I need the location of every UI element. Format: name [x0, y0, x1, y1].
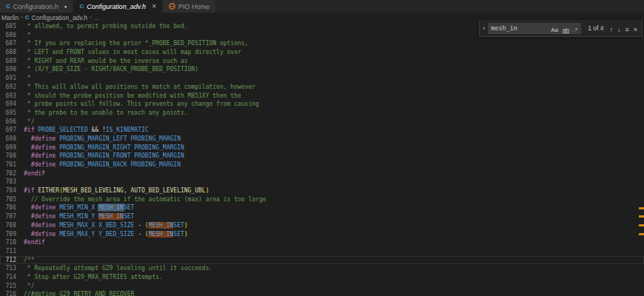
find-widget: › Aaab.* 1 of 4 ↑↓≡× — [479, 20, 643, 37]
line-number[interactable]: 697 — [0, 126, 16, 135]
code-token: PROBING_MARGIN — [134, 152, 184, 159]
code-line[interactable]: 707 #define MESH_MIN_Y MESH_INSET — [0, 212, 644, 221]
c-file-icon: C — [79, 3, 84, 10]
code-line[interactable]: 695 * the probe to be unable to reach an… — [0, 109, 644, 118]
code-line[interactable]: 710#endif — [0, 238, 644, 247]
code-line[interactable]: 712/** — [0, 256, 644, 265]
code-line[interactable]: 699 #define PROBING_MARGIN_RIGHT PROBING… — [0, 144, 644, 152]
match-case-toggle[interactable]: Aa — [549, 27, 560, 33]
tab-pio-home[interactable]: PIO Home — [163, 0, 216, 13]
line-number[interactable]: 689 — [0, 57, 16, 66]
line-number[interactable]: 699 — [0, 144, 16, 152]
code-line[interactable]: 705 // Override the mesh area if the aut… — [0, 195, 644, 204]
next-match-button[interactable]: ↓ — [615, 26, 623, 33]
tab-close-icon[interactable]: × — [152, 3, 156, 10]
code-line[interactable]: 703 — [0, 178, 644, 186]
code-line[interactable]: 708 #define MESH_MAX_X X_BED_SIZE - (MES… — [0, 221, 644, 230]
code-line[interactable]: 704#if EITHER(MESH_BED_LEVELING, AUTO_BE… — [0, 186, 644, 195]
line-number[interactable]: 703 — [0, 178, 16, 186]
line-number[interactable]: 691 — [0, 74, 16, 83]
breadcrumb-item-marlin[interactable]: Marlin — [1, 14, 19, 21]
line-number[interactable]: 696 — [0, 118, 16, 127]
line-number[interactable]: 711 — [0, 247, 16, 256]
line-number[interactable]: 716 — [0, 290, 16, 296]
code-token: #define — [31, 213, 60, 220]
code-line[interactable]: 716//#define G29_RETRY_AND_RECOVER — [0, 290, 644, 296]
line-number[interactable]: 712 — [0, 256, 16, 265]
code-text: #define MESH_MIN_Y MESH_INSET — [16, 212, 134, 221]
line-number[interactable]: 685 — [0, 22, 16, 31]
code-line[interactable]: 694 * probe points will follow. This pre… — [0, 100, 644, 109]
find-input-box[interactable]: Aaab.* — [488, 23, 581, 34]
chevron-right-icon[interactable]: › — [480, 24, 488, 32]
code-token: * the probe to be unable to reach any po… — [24, 110, 188, 116]
line-number[interactable]: 707 — [0, 212, 16, 221]
line-number[interactable]: 709 — [0, 230, 16, 239]
code-token: * (X/Y_BED_SIZE - RIGHT/BACK_PROBE_BED_P… — [24, 66, 198, 73]
line-number[interactable]: 701 — [0, 161, 16, 169]
line-number[interactable]: 702 — [0, 169, 16, 178]
code-line[interactable]: 689 * RIGHT and REAR would be the invers… — [0, 57, 644, 66]
code-token: SET — [173, 231, 184, 238]
close-find-button[interactable]: × — [631, 26, 640, 33]
code-line[interactable]: 711 — [0, 247, 644, 256]
code-line[interactable]: 691 * — [0, 74, 644, 83]
find-query-input[interactable] — [491, 24, 549, 32]
line-number[interactable]: 710 — [0, 238, 16, 247]
code-text: #if EITHER(MESH_BED_LEVELING, AUTO_BED_L… — [16, 186, 209, 195]
line-number[interactable]: 686 — [0, 31, 16, 40]
code-line[interactable]: 690 * (X/Y_BED_SIZE - RIGHT/BACK_PROBE_B… — [0, 65, 644, 74]
code-token — [24, 152, 31, 159]
line-number[interactable]: 705 — [0, 195, 16, 204]
code-line[interactable]: 697#if PROBE_SELECTED && !IS_KINEMATIC — [0, 126, 644, 135]
line-number[interactable]: 692 — [0, 83, 16, 92]
code-text: * (X/Y_BED_SIZE - RIGHT/BACK_PROBE_BED_P… — [16, 65, 198, 74]
code-token: SET — [124, 213, 134, 220]
code-editor[interactable]: 685 * allowed, to permit probing outside… — [0, 22, 644, 296]
code-line[interactable]: 688 * LEFT and FRONT values in most case… — [0, 48, 644, 57]
code-token: * should the probe position be modified … — [24, 92, 241, 99]
line-number[interactable]: 687 — [0, 39, 16, 48]
line-number[interactable]: 713 — [0, 264, 16, 273]
overview-ruler[interactable] — [638, 22, 644, 296]
code-line[interactable]: 696 */ — [0, 118, 644, 127]
code-line[interactable]: 701 #define PROBING_MARGIN_BACK PROBING_… — [0, 161, 644, 169]
code-token: MESH_MIN_Y — [59, 213, 95, 220]
code-line[interactable]: 692 * This will allow all positions to m… — [0, 83, 644, 92]
tab-configuration-adv-h[interactable]: CConfiguration_adv.h× — [73, 0, 163, 13]
code-line[interactable]: 706 #define MESH_MIN_X MESH_INSET — [0, 204, 644, 212]
code-line[interactable]: 713 * Repeatedly attempt G29 leveling un… — [0, 264, 644, 273]
code-text: * Stop after G29_MAX_RETRIES attempts. — [16, 273, 163, 282]
tab-configuration-h[interactable]: CConfiguration.h● — [0, 0, 73, 13]
code-line[interactable]: 687 * If you are replacing the prior *_P… — [0, 39, 644, 48]
code-text: #endif — [16, 169, 45, 178]
line-number[interactable]: 706 — [0, 204, 16, 212]
line-number[interactable]: 714 — [0, 273, 16, 282]
vscode-window: CConfiguration.h●CConfiguration_adv.h×PI… — [0, 0, 644, 296]
line-number[interactable]: 708 — [0, 221, 16, 230]
line-number[interactable]: 690 — [0, 65, 16, 74]
line-number[interactable]: 695 — [0, 109, 16, 118]
code-line[interactable]: 702#endif — [0, 169, 644, 178]
code-token: */ — [24, 283, 34, 289]
code-line[interactable]: 693 * should the probe position be modif… — [0, 92, 644, 101]
overview-match-marker — [639, 224, 644, 226]
regex-toggle[interactable]: .* — [571, 27, 580, 33]
line-number[interactable]: 715 — [0, 282, 16, 291]
line-number[interactable]: 698 — [0, 135, 16, 144]
line-number[interactable]: 694 — [0, 100, 16, 109]
breadcrumb-item-configuration-adv-h[interactable]: CConfiguration_adv.h — [25, 14, 87, 21]
code-line[interactable]: 715 */ — [0, 282, 644, 291]
find-in-selection-button[interactable]: ≡ — [623, 26, 631, 33]
code-line[interactable]: 709 #define MESH_MAX_Y Y_BED_SIZE - (MES… — [0, 230, 644, 239]
whole-word-toggle[interactable]: ab — [560, 27, 571, 33]
code-line[interactable]: 698 #define PROBING_MARGIN_LEFT PROBING_… — [0, 135, 644, 144]
code-token: PROBING_MARGIN_BACK — [59, 161, 127, 168]
line-number[interactable]: 693 — [0, 92, 16, 101]
line-number[interactable]: 688 — [0, 48, 16, 57]
line-number[interactable]: 700 — [0, 152, 16, 161]
previous-match-button[interactable]: ↑ — [607, 26, 615, 33]
code-line[interactable]: 700 #define PROBING_MARGIN_FRONT PROBING… — [0, 152, 644, 161]
code-line[interactable]: 714 * Stop after G29_MAX_RETRIES attempt… — [0, 273, 644, 282]
line-number[interactable]: 704 — [0, 186, 16, 195]
